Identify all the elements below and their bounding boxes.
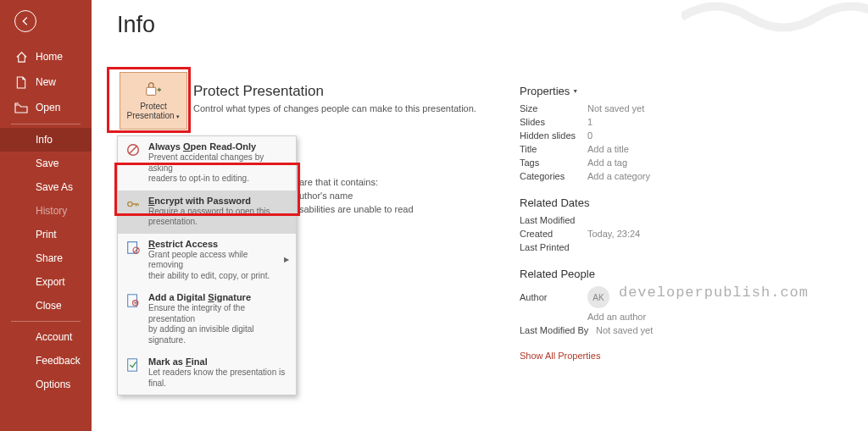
backstage-sidebar: Home New Open Info Save Save As History … bbox=[0, 0, 92, 431]
protect-button-label: Protect Presentation ▾ bbox=[127, 102, 181, 121]
properties-panel: Properties▼ SizeNot saved yet Slides1 Hi… bbox=[520, 85, 774, 362]
svg-rect-0 bbox=[147, 87, 156, 95]
properties-header[interactable]: Properties▼ bbox=[520, 85, 774, 97]
sidebar-item-options[interactable]: Options bbox=[0, 373, 92, 396]
menu-item-readonly[interactable]: Always Open Read-Only Prevent accidental… bbox=[118, 136, 296, 191]
property-row: SizeNot saved yet bbox=[520, 103, 774, 113]
sidebar-label: Print bbox=[36, 229, 57, 240]
property-row: TagsAdd a tag bbox=[520, 157, 774, 168]
property-row: TitleAdd a title bbox=[520, 144, 774, 154]
sidebar-label: Info bbox=[36, 134, 53, 146]
watermark-text: developerpublish.com bbox=[619, 285, 809, 301]
protect-desc: Control what types of changes people can… bbox=[193, 103, 476, 113]
sidebar-item-home[interactable]: Home bbox=[0, 44, 92, 69]
show-all-properties-link[interactable]: Show All Properties bbox=[520, 351, 600, 361]
sidebar-item-history: History bbox=[0, 199, 92, 223]
sidebar-label: Home bbox=[36, 51, 63, 63]
sidebar-separator bbox=[11, 124, 81, 124]
avatar: AK bbox=[587, 286, 609, 308]
new-icon bbox=[14, 75, 28, 89]
menu-item-restrict[interactable]: Restrict Access Grant people access whil… bbox=[118, 234, 296, 288]
sidebar-label: Save As bbox=[36, 181, 73, 193]
restrict-icon bbox=[125, 239, 142, 282]
menu-item-signature[interactable]: Add a Digital Signature Ensure the integ… bbox=[118, 287, 296, 351]
protect-section: Protect Presentation Control what types … bbox=[193, 83, 476, 113]
menu-item-title: Add a Digital Signature bbox=[148, 292, 289, 302]
sidebar-item-open[interactable]: Open bbox=[0, 95, 92, 120]
sidebar-label: Share bbox=[36, 252, 63, 264]
sidebar-item-account[interactable]: Account bbox=[0, 325, 92, 349]
menu-item-desc: Grant people access while removingtheir … bbox=[148, 250, 277, 282]
sidebar-item-info[interactable]: Info bbox=[0, 128, 92, 152]
shield-lock-icon bbox=[144, 81, 163, 98]
property-row: Hidden slides0 bbox=[520, 130, 774, 141]
protect-heading: Protect Presentation bbox=[193, 83, 476, 100]
sidebar-label: Save bbox=[36, 157, 58, 169]
property-row: CategoriesAdd a category bbox=[520, 171, 774, 181]
sidebar-label: Export bbox=[36, 276, 65, 288]
chevron-right-icon: ▶ bbox=[284, 256, 289, 263]
svg-point-2 bbox=[128, 202, 132, 206]
sidebar-item-new[interactable]: New bbox=[0, 69, 92, 95]
sidebar-label: New bbox=[36, 76, 56, 88]
menu-item-final[interactable]: Mark as Final Let readers know the prese… bbox=[118, 351, 296, 395]
property-row: Slides1 bbox=[520, 117, 774, 127]
property-row: Last Modified bbox=[520, 215, 774, 225]
property-row: Last Printed bbox=[520, 242, 774, 252]
sidebar-separator bbox=[11, 321, 81, 322]
menu-item-desc: Ensure the integrity of the presentation… bbox=[148, 303, 289, 345]
page-title: Info bbox=[117, 12, 846, 38]
back-arrow-icon bbox=[19, 15, 31, 27]
back-button[interactable] bbox=[14, 10, 36, 32]
sidebar-item-export[interactable]: Export bbox=[0, 270, 92, 294]
related-people-header: Related People bbox=[520, 268, 774, 280]
final-icon bbox=[125, 356, 142, 389]
open-icon bbox=[14, 101, 28, 114]
sidebar-item-save[interactable]: Save bbox=[0, 152, 92, 175]
sidebar-item-share[interactable]: Share bbox=[0, 246, 92, 270]
caret-down-icon: ▼ bbox=[572, 88, 578, 94]
sidebar-label: History bbox=[36, 205, 67, 217]
menu-item-desc: Let readers know the presentation isfina… bbox=[148, 367, 289, 389]
menu-item-title: Mark as Final bbox=[148, 356, 289, 367]
add-author-row: Add an author bbox=[520, 312, 774, 322]
sidebar-label: Open bbox=[36, 102, 60, 113]
signature-icon bbox=[125, 292, 142, 345]
property-row: CreatedToday, 23:24 bbox=[520, 229, 774, 239]
key-icon bbox=[125, 196, 142, 228]
sidebar-label: Options bbox=[36, 379, 70, 390]
readonly-icon bbox=[125, 141, 142, 185]
sidebar-label: Account bbox=[36, 331, 72, 343]
sidebar-label: Close bbox=[36, 300, 62, 312]
related-dates-header: Related Dates bbox=[520, 196, 774, 209]
menu-item-encrypt[interactable]: Encrypt with Password Require a password… bbox=[118, 191, 296, 234]
sidebar-item-print[interactable]: Print bbox=[0, 223, 92, 246]
sidebar-label: Feedback bbox=[36, 355, 81, 367]
protect-dropdown-menu: Always Open Read-Only Prevent accidental… bbox=[117, 135, 297, 395]
menu-item-title: Restrict Access bbox=[148, 239, 277, 249]
partially-hidden-text: are that it contains: uthor's name sabil… bbox=[299, 176, 414, 217]
menu-item-desc: Prevent accidental changes by askingread… bbox=[148, 152, 289, 185]
sidebar-item-feedback[interactable]: Feedback bbox=[0, 349, 92, 373]
protect-presentation-button[interactable]: Protect Presentation ▾ bbox=[120, 72, 187, 130]
home-icon bbox=[14, 50, 28, 64]
sidebar-item-saveas[interactable]: Save As bbox=[0, 175, 92, 199]
menu-item-title: Always Open Read-Only bbox=[148, 141, 289, 152]
menu-item-desc: Require a password to open thispresentat… bbox=[148, 207, 289, 228]
modified-by-row: Last Modified ByNot saved yet bbox=[520, 325, 774, 335]
svg-rect-7 bbox=[128, 359, 137, 371]
menu-item-title: Encrypt with Password bbox=[148, 196, 289, 206]
sidebar-item-close[interactable]: Close bbox=[0, 294, 92, 318]
